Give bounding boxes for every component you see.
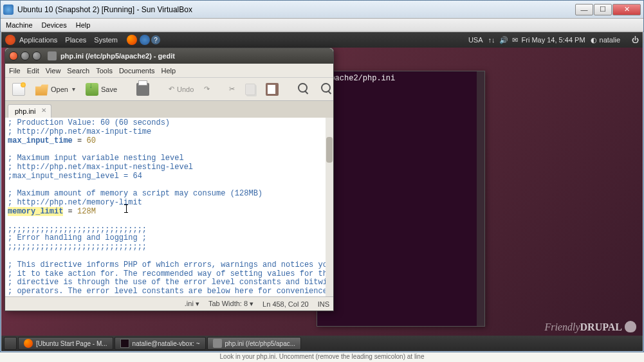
status-language[interactable]: .ini ▾ (185, 300, 199, 308)
gedit-app-icon (48, 51, 57, 60)
terminal-output: /apache2/php.ini (317, 71, 484, 86)
gedit-close-button[interactable] (9, 51, 18, 60)
editor-line: ; This directive informs PHP of which er… (8, 260, 333, 269)
gedit-scroll-thumb[interactable] (326, 137, 333, 163)
status-tabwidth[interactable]: Tab Width: 8 ▾ (208, 300, 253, 308)
vbox-titlebar[interactable]: Ubuntu 10 (Snapshot 2) [Running] - Sun V… (1, 1, 643, 19)
user-switch-icon[interactable]: ◐ (591, 36, 597, 44)
keyboard-indicator[interactable]: USA (468, 36, 483, 44)
copy-button[interactable] (242, 82, 259, 97)
editor-line: ; directive is through the use of the er… (8, 278, 333, 287)
terminal-icon (120, 339, 129, 348)
paste-icon (266, 83, 279, 96)
editor-line: ; Production Value: 60 (60 seconds) (8, 118, 170, 127)
replace-button[interactable] (318, 81, 337, 98)
editor-val: 128M (77, 207, 96, 216)
save-label: Save (101, 86, 117, 93)
gedit-menu-file[interactable]: File (9, 67, 21, 75)
firefox-launcher-icon[interactable] (127, 35, 137, 45)
gedit-tab-close-icon[interactable]: ✕ (39, 107, 48, 116)
gedit-menu-search[interactable]: Search (67, 67, 89, 75)
redo-button[interactable]: ↷ (201, 83, 213, 95)
close-button[interactable]: ✕ (612, 4, 641, 15)
editor-line: ; Error handling and logging ; (8, 233, 147, 242)
taskbar-label: natalie@natalie-vbox: ~ (133, 340, 200, 347)
cut-icon: ✂ (229, 85, 235, 93)
gedit-editor[interactable]: ; Production Value: 60 (60 seconds) ; ht… (5, 118, 333, 296)
editor-line: ; http://php.net/max-input-nesting-level (8, 163, 193, 172)
paste-button[interactable] (262, 81, 282, 98)
gedit-minimize-button[interactable] (21, 51, 30, 60)
help-launcher-icon[interactable]: ? (151, 35, 160, 44)
redo-icon: ↷ (204, 85, 210, 93)
editor-key-highlight: memory_limit (8, 207, 63, 216)
editor-line: ; Maximum input variable nesting level (8, 154, 184, 163)
panel-user[interactable]: natalie (600, 36, 620, 44)
watermark-text-2: DRUPAL (580, 321, 622, 332)
volume-icon[interactable]: 🔊 (499, 36, 508, 44)
gedit-menu-edit[interactable]: Edit (27, 67, 39, 75)
replace-icon (321, 83, 334, 96)
editor-line: ; Maximum amount of memory a script may … (8, 189, 262, 198)
ubuntu-bottom-panel: [Ubuntu Start Page - M... natalie@natali… (1, 336, 643, 351)
taskbar-firefox[interactable]: [Ubuntu Start Page - M... (18, 337, 113, 350)
taskbar-terminal[interactable]: natalie@natalie-vbox: ~ (115, 337, 206, 350)
gedit-tab-phpini[interactable]: php.ini ✕ (8, 104, 51, 118)
watermark: FriendlyDRUPAL (544, 321, 636, 333)
mail-icon[interactable]: ✉ (512, 36, 518, 44)
print-button[interactable] (133, 81, 152, 98)
watermark-text-1: Friendly (544, 321, 580, 332)
panel-clock[interactable]: Fri May 14, 5:44 PM (522, 36, 585, 44)
vbox-window: Ubuntu 10 (Snapshot 2) [Running] - Sun V… (0, 0, 644, 352)
editor-line: ; it to take action for. The recommended… (8, 269, 333, 278)
show-desktop-button[interactable] (4, 337, 17, 350)
cut-button[interactable]: ✂ (226, 83, 238, 95)
editor-line: ;max_input_nesting_level = 64 (8, 172, 142, 181)
editor-line: ;;;;;;;;;;;;;;;;;;;;;;;;;;;;;; (8, 225, 147, 234)
minimize-button[interactable]: — (575, 4, 593, 15)
panel-system[interactable]: System (94, 36, 118, 44)
panel-applications[interactable]: Applications (19, 36, 57, 44)
panel-places[interactable]: Places (65, 36, 86, 44)
gedit-toolbar: Open▾ Save ↶Undo ↷ ✂ (5, 78, 333, 101)
network-icon[interactable]: ↑↓ (488, 36, 495, 44)
gedit-title-text: php.ini (/etc/php5/apache2) - gedit (60, 52, 175, 60)
gedit-tab-label: php.ini (15, 107, 35, 115)
ubuntu-top-panel: Applications Places System ? USA ↑↓ 🔊 ✉ … (1, 32, 643, 48)
firefox-icon (24, 339, 33, 348)
vbox-menu-machine[interactable]: Machine (6, 21, 33, 29)
gedit-menubar: File Edit View Search Tools Documents He… (5, 64, 333, 78)
taskbar-label: php.ini (/etc/php5/apac... (225, 340, 296, 347)
open-button[interactable]: Open▾ (32, 81, 78, 98)
find-button[interactable] (295, 81, 314, 98)
terminal-scrollbar[interactable] (477, 71, 484, 326)
editor-line: ;;;;;;;;;;;;;;;;;;;;;;;;;;;;;; (8, 242, 147, 251)
evolution-launcher-icon[interactable] (140, 35, 150, 45)
new-button[interactable] (9, 81, 28, 98)
status-cursor: Ln 458, Col 20 (262, 300, 309, 308)
gedit-menu-help[interactable]: Help (161, 67, 176, 75)
power-icon[interactable]: ⏻ (632, 36, 639, 44)
gedit-menu-documents[interactable]: Documents (119, 67, 155, 75)
gedit-titlebar[interactable]: php.ini (/etc/php5/apache2) - gedit (5, 48, 333, 64)
ubuntu-logo-icon[interactable] (5, 35, 15, 45)
open-dropdown-icon[interactable]: ▾ (71, 86, 75, 93)
gedit-maximize-button[interactable] (32, 51, 41, 60)
undo-button[interactable]: ↶Undo (165, 83, 197, 95)
gedit-menu-view[interactable]: View (46, 67, 61, 75)
status-mode[interactable]: INS (318, 300, 329, 308)
terminal-window[interactable]: /apache2/php.ini (317, 71, 485, 327)
maximize-button[interactable]: ☐ (594, 4, 612, 15)
gedit-menu-tools[interactable]: Tools (96, 67, 113, 75)
gedit-tabbar: php.ini ✕ (5, 101, 333, 118)
editor-line: ; http://php.net/max-input-time (8, 127, 151, 136)
drupal-smiley-icon (625, 321, 636, 332)
vbox-menu-devices[interactable]: Devices (42, 21, 67, 29)
vbox-menu-help[interactable]: Help (76, 21, 91, 29)
undo-icon: ↶ (169, 85, 174, 93)
taskbar-label: [Ubuntu Start Page - M... (36, 340, 107, 347)
gedit-scrollbar[interactable] (326, 118, 333, 296)
taskbar-gedit[interactable]: php.ini (/etc/php5/apac... (207, 337, 302, 350)
save-button[interactable]: Save (82, 81, 120, 98)
vbox-icon (3, 5, 14, 15)
